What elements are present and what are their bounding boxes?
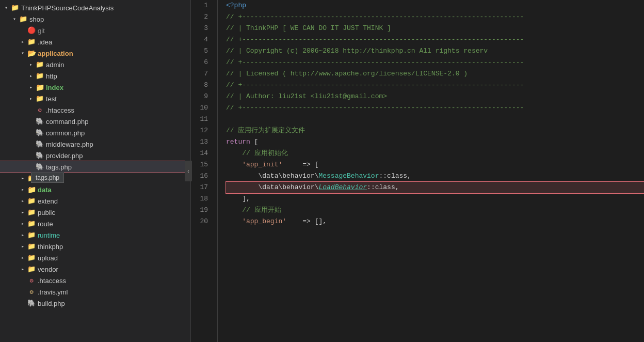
sidebar-item-thinkphp[interactable]: ▸ 📁 thinkphp bbox=[0, 241, 190, 252]
git-label: git bbox=[38, 27, 45, 35]
sidebar-item-tags[interactable]: ▸ 🐘 tags.php tags.php bbox=[0, 161, 190, 173]
test-arrow-icon: ▸ bbox=[27, 96, 35, 102]
sidebar-item-htaccess2[interactable]: ▸ ⚙ .htaccess bbox=[0, 275, 190, 286]
extend-arrow-icon: ▸ bbox=[19, 198, 27, 204]
config-folder-icon: 📁 bbox=[27, 174, 36, 182]
sidebar-item-data[interactable]: ▸ 📁 data bbox=[0, 184, 190, 195]
line-number: 4 bbox=[191, 34, 212, 45]
vendor-arrow-icon: ▸ bbox=[19, 266, 27, 272]
sidebar-item-root[interactable]: ▾ 📁 ThinkPHPSourceCodeAnalysis bbox=[0, 2, 190, 13]
code-line: // +------------------------------------… bbox=[226, 11, 644, 23]
sidebar-item-idea[interactable]: ▸ 📁 .idea bbox=[0, 36, 190, 48]
sidebar-item-build[interactable]: ▸ 🐘 build.php bbox=[0, 298, 190, 309]
line-numbers: 1234567891011121314151617181920 bbox=[191, 0, 218, 342]
line-number: 9 bbox=[191, 91, 212, 102]
route-folder-icon: 📁 bbox=[27, 220, 36, 228]
tags-label: tags.php bbox=[46, 163, 72, 171]
upload-folder-icon: 📁 bbox=[27, 254, 36, 262]
shop-folder-icon: 📁 bbox=[19, 15, 28, 23]
sidebar-item-htaccess[interactable]: ▸ ⚙ .htaccess bbox=[0, 104, 190, 116]
provider-label: provider.php bbox=[46, 152, 83, 160]
config-arrow-icon: ▸ bbox=[19, 175, 27, 181]
idea-folder-icon: 📁 bbox=[27, 38, 36, 46]
command-php-icon: 🐘 bbox=[35, 117, 44, 126]
sidebar-item-test[interactable]: ▸ 📁 test bbox=[0, 93, 190, 104]
extend-folder-icon: 📁 bbox=[27, 197, 36, 205]
sidebar-item-http[interactable]: ▸ 📁 http bbox=[0, 70, 190, 82]
line-number: 10 bbox=[191, 102, 212, 114]
sidebar-item-runtime[interactable]: ▸ 📁 runtime bbox=[0, 229, 190, 241]
line-number: 16 bbox=[191, 170, 212, 182]
sidebar-item-vendor[interactable]: ▸ 📁 vendor bbox=[0, 263, 190, 275]
sidebar-item-common[interactable]: ▸ 🐘 common.php bbox=[0, 127, 190, 138]
shop-label: shop bbox=[29, 15, 44, 23]
line-number: 18 bbox=[191, 193, 212, 205]
sidebar-item-travis[interactable]: ▸ ⚙ .travis.yml bbox=[0, 286, 190, 298]
provider-php-icon: 🐘 bbox=[35, 151, 44, 160]
code-line: ], bbox=[226, 193, 644, 205]
code-line: // +------------------------------------… bbox=[226, 80, 644, 91]
vendor-label: vendor bbox=[38, 266, 58, 273]
code-line: // 应用行为扩展定义文件 bbox=[226, 125, 644, 136]
application-label: application bbox=[38, 50, 73, 57]
application-arrow-icon: ▾ bbox=[19, 50, 27, 56]
http-folder-icon: 📁 bbox=[35, 72, 44, 80]
route-label: route bbox=[38, 220, 53, 228]
code-line: \data\behavior\MessageBehavior::class, bbox=[226, 170, 644, 182]
line-number: 13 bbox=[191, 136, 212, 148]
htaccess-arrow-icon: ▸ bbox=[27, 107, 35, 113]
sidebar-collapse-button[interactable]: ‹ bbox=[185, 161, 192, 181]
sidebar-item-config[interactable]: ▸ 📁 config bbox=[0, 173, 190, 184]
sidebar-item-index[interactable]: ▸ 📁 index bbox=[0, 82, 190, 93]
code-scroll-area[interactable]: 1234567891011121314151617181920 <?php// … bbox=[191, 0, 644, 342]
runtime-arrow-icon: ▸ bbox=[19, 232, 27, 238]
line-number: 19 bbox=[191, 205, 212, 216]
upload-arrow-icon: ▸ bbox=[19, 255, 27, 261]
travis-icon: ⚙ bbox=[27, 288, 36, 296]
line-number: 15 bbox=[191, 159, 212, 170]
runtime-folder-icon: 📁 bbox=[27, 231, 36, 239]
code-line: // +------------------------------------… bbox=[226, 57, 644, 68]
code-line bbox=[226, 114, 644, 125]
line-number: 5 bbox=[191, 45, 212, 57]
test-folder-icon: 📁 bbox=[35, 95, 44, 103]
thinkphp-arrow-icon: ▸ bbox=[19, 243, 27, 250]
arrow-icon: ▾ bbox=[2, 5, 10, 11]
sidebar-item-shop[interactable]: ▾ 📁 shop bbox=[0, 13, 190, 25]
build-php-icon: 🐘 bbox=[27, 299, 36, 307]
htaccess2-label: .htaccess bbox=[38, 277, 66, 285]
middleware-label: middleware.php bbox=[46, 141, 93, 148]
sidebar-item-middleware[interactable]: ▸ 🐘 middleware.php bbox=[0, 138, 190, 150]
line-number: 20 bbox=[191, 216, 212, 227]
sidebar-item-route[interactable]: ▸ 📁 route bbox=[0, 218, 190, 229]
root-icon: 📁 bbox=[10, 4, 20, 12]
sidebar-item-upload[interactable]: ▸ 📁 upload bbox=[0, 252, 190, 263]
idea-arrow-icon: ▸ bbox=[19, 39, 27, 45]
sidebar-item-provider[interactable]: ▸ 🐘 provider.php bbox=[0, 150, 190, 161]
sidebar-item-admin[interactable]: ▸ 📁 admin bbox=[0, 59, 190, 70]
public-arrow-icon: ▸ bbox=[19, 209, 27, 215]
idea-label: .idea bbox=[38, 38, 52, 46]
code-line: // | Copyright (c) 2006~2018 http://thin… bbox=[226, 45, 644, 57]
sidebar-item-extend[interactable]: ▸ 📁 extend bbox=[0, 195, 190, 207]
sidebar-item-public[interactable]: ▸ 📁 public bbox=[0, 207, 190, 218]
code-line: // | Author: liu21st <liu21st@gmail.com> bbox=[226, 91, 644, 102]
code-line: // 应用开始 bbox=[226, 205, 644, 216]
sidebar-item-git[interactable]: ▸ 🔴 git bbox=[0, 25, 190, 36]
sidebar-item-command[interactable]: ▸ 🐘 command.php bbox=[0, 116, 190, 127]
code-line: // +------------------------------------… bbox=[226, 102, 644, 114]
admin-arrow-icon: ▸ bbox=[27, 61, 35, 68]
route-arrow-icon: ▸ bbox=[19, 221, 27, 227]
code-line: // 应用初始化 bbox=[226, 148, 644, 159]
thinkphp-label: thinkphp bbox=[38, 243, 63, 251]
tags-php-icon: 🐘 bbox=[35, 163, 44, 171]
line-number: 17 bbox=[191, 182, 212, 193]
runtime-label: runtime bbox=[38, 231, 60, 239]
index-folder-icon: 📁 bbox=[35, 83, 44, 92]
line-number: 1 bbox=[191, 0, 212, 11]
build-label: build.php bbox=[38, 300, 65, 307]
travis-label: .travis.yml bbox=[38, 288, 68, 296]
sidebar-item-application[interactable]: ▾ 📂 application bbox=[0, 48, 190, 59]
line-number: 7 bbox=[191, 68, 212, 80]
code-line: // | ThinkPHP [ WE CAN DO IT JUST THINK … bbox=[226, 23, 644, 34]
